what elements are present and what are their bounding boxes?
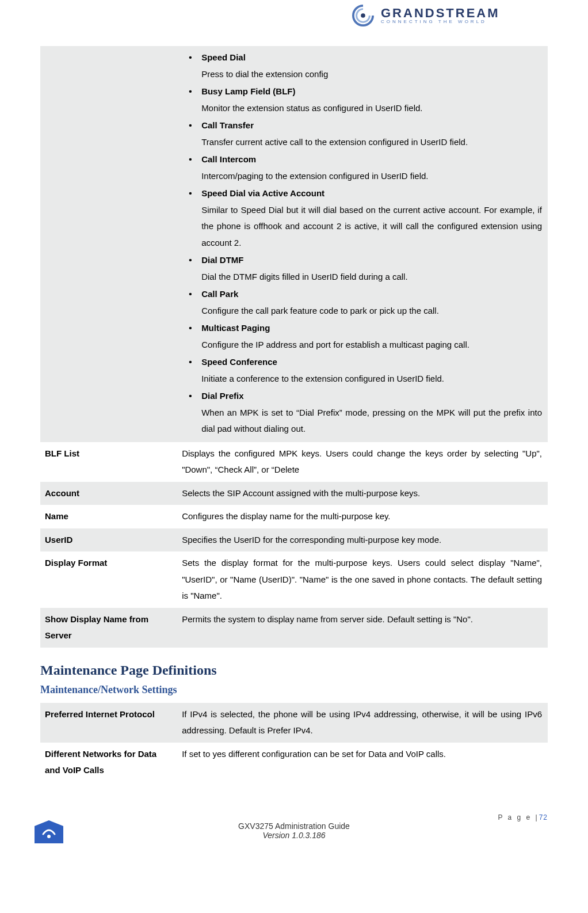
row-label: UserID: [40, 528, 177, 552]
row-desc: Sets the display format for the multi-pu…: [177, 551, 548, 608]
row-label: BLF List: [40, 442, 177, 482]
list-item: Call ParkConfigure the call park feature…: [185, 286, 542, 319]
row-desc: Configures the display name for the mult…: [177, 505, 548, 528]
svg-point-0: [361, 13, 365, 18]
row-label: Name: [40, 505, 177, 528]
keymode-label-cell: [40, 46, 177, 442]
page-number: P a g e |72: [498, 813, 548, 821]
page-num: 72: [539, 813, 548, 821]
svg-point-2: [47, 835, 51, 838]
list-item: Speed DialPress to dial the extension co…: [185, 50, 542, 82]
row-desc: Displays the configured MPK keys. Users …: [177, 442, 548, 482]
footer-logo-icon: [35, 820, 63, 843]
row-label: Preferred Internet Protocol: [40, 703, 177, 743]
footer-version: Version 1.0.3.186: [40, 831, 548, 840]
table-row: Preferred Internet Protocol If IPv4 is s…: [40, 703, 548, 743]
table-row: Show Display Name from Server Permits th…: [40, 608, 548, 648]
list-item: Call TransferTransfer current active cal…: [185, 117, 542, 150]
row-label: Account: [40, 482, 177, 505]
page-label: P a g e |: [498, 813, 539, 821]
table-row: UserID Specifies the UserID for the corr…: [40, 528, 548, 552]
brand-tagline: CONNECTING THE WORLD: [381, 20, 500, 24]
keymode-desc-cell: Speed DialPress to dial the extension co…: [177, 46, 548, 442]
row-desc: Selects the SIP Account assigned with th…: [177, 482, 548, 505]
brand-header: GRANDSTREAM CONNECTING THE WORLD: [346, 0, 588, 29]
svg-marker-1: [35, 820, 63, 843]
list-item: Busy Lamp Field (BLF)Monitor the extensi…: [185, 83, 542, 116]
section-subheading-network: Maintenance/Network Settings: [40, 684, 548, 696]
row-label: Different Networks for Data and VoIP Cal…: [40, 743, 177, 782]
section-heading-maintenance: Maintenance Page Definitions: [40, 663, 548, 678]
list-item: Speed ConferenceInitiate a conference to…: [185, 354, 542, 387]
table-row: Display Format Sets the display format f…: [40, 551, 548, 608]
list-item: Dial DTMFDial the DTMF digits filled in …: [185, 252, 542, 285]
list-item: Dial PrefixWhen an MPK is set to “Dial P…: [185, 388, 542, 438]
footer-title: GXV3275 Administration Guide: [40, 821, 548, 831]
brand-name: GRANDSTREAM: [381, 6, 500, 20]
list-item: Speed Dial via Active AccountSimilar to …: [185, 185, 542, 251]
row-desc: Permits the system to display name from …: [177, 608, 548, 648]
list-item: Multicast PagingConfigure the IP address…: [185, 320, 542, 353]
row-label: Display Format: [40, 551, 177, 608]
table-row: Account Selects the SIP Account assigned…: [40, 482, 548, 505]
table-row: Name Configures the display name for the…: [40, 505, 548, 528]
page-footer: P a g e |72 GXV3275 Administration Guide…: [40, 817, 548, 840]
table-row: Different Networks for Data and VoIP Cal…: [40, 743, 548, 782]
row-label: Show Display Name from Server: [40, 608, 177, 648]
table-row: BLF List Displays the configured MPK key…: [40, 442, 548, 482]
list-item: Call IntercomIntercom/paging to the exte…: [185, 151, 542, 184]
network-settings-table: Preferred Internet Protocol If IPv4 is s…: [40, 703, 548, 782]
row-desc: If set to yes different configuration ca…: [177, 743, 548, 782]
brand-logo-icon: [352, 5, 374, 26]
keymode-list: Speed DialPress to dial the extension co…: [182, 50, 542, 438]
row-desc: If IPv4 is selected, the phone will be u…: [177, 703, 548, 743]
table-row-keymode: Speed DialPress to dial the extension co…: [40, 46, 548, 442]
mpk-feature-table: Speed DialPress to dial the extension co…: [40, 46, 548, 648]
row-desc: Specifies the UserID for the correspondi…: [177, 528, 548, 552]
